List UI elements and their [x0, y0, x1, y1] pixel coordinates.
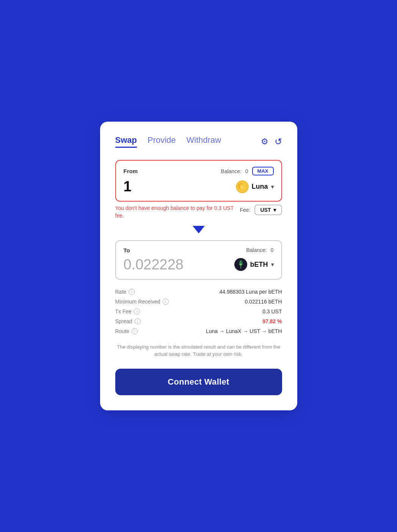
fee-chevron-icon: ▾ — [273, 207, 276, 213]
tx-fee-label: Tx Fee i — [115, 308, 140, 315]
from-amount-input[interactable] — [124, 178, 192, 195]
refresh-button[interactable]: ↺ — [275, 136, 282, 147]
from-chevron-icon: ▾ — [271, 184, 274, 190]
route-info-icon[interactable]: i — [132, 328, 138, 334]
tab-icons: ⚙ ↺ — [261, 136, 282, 147]
to-amount-value: 0.022228 — [124, 257, 184, 273]
from-box: From Balance: 0 MAX Luna ▾ — [115, 160, 282, 202]
from-token-selector[interactable]: Luna ▾ — [236, 180, 274, 193]
to-header: To Balance: 0 — [124, 247, 274, 253]
from-balance-row: Balance: 0 MAX — [221, 167, 273, 175]
rate-value: 44.988303 Luna per bETH — [219, 289, 282, 295]
rate-info-icon[interactable]: i — [129, 289, 135, 295]
min-received-info-icon[interactable]: i — [163, 299, 169, 305]
tab-provide[interactable]: Provide — [148, 135, 176, 148]
min-received-value: 0.022116 bETH — [245, 299, 282, 305]
to-box: To Balance: 0 0.022228 bETH — [115, 240, 282, 280]
swap-card: Swap Provide Withdraw ⚙ ↺ From Balance: … — [100, 122, 297, 410]
settings-button[interactable]: ⚙ — [261, 137, 268, 147]
from-label: From — [124, 168, 138, 174]
spread-info-icon[interactable]: i — [135, 318, 141, 324]
svg-point-3 — [242, 183, 245, 187]
to-token-label: bETH — [250, 261, 268, 269]
refresh-icon: ↺ — [275, 136, 282, 147]
route-value: Luna → LunaX → UST → bETH — [206, 328, 282, 334]
tab-withdraw[interactable]: Withdraw — [187, 135, 221, 148]
tx-fee-value: 0.3 UST — [262, 308, 282, 315]
min-received-label: Minimum Received i — [115, 299, 169, 305]
tab-swap[interactable]: Swap — [115, 135, 137, 148]
to-label: To — [124, 247, 130, 253]
from-token-label: Luna — [252, 183, 268, 191]
to-balance-value: 0 — [271, 247, 274, 253]
from-balance-value: 0 — [245, 168, 248, 174]
to-token-selector[interactable]: bETH ▾ — [234, 258, 274, 271]
from-balance-label: Balance: — [221, 168, 241, 174]
svg-point-6 — [240, 264, 242, 265]
tab-bar: Swap Provide Withdraw ⚙ ↺ — [115, 135, 282, 148]
to-balance-row: Balance: 0 — [246, 247, 273, 253]
error-row: You don't have enough balance to pay for… — [115, 205, 282, 219]
fee-selector[interactable]: UST ▾ — [254, 205, 282, 215]
spread-value: 97.82 % — [262, 318, 282, 324]
luna-icon — [236, 180, 249, 193]
max-button[interactable]: MAX — [252, 167, 274, 175]
beth-icon — [234, 258, 247, 271]
fee-label: Fee: — [240, 207, 250, 213]
fee-token-label: UST — [260, 207, 271, 213]
min-received-row: Minimum Received i 0.022116 bETH — [115, 299, 282, 305]
swap-details: Rate i 44.988303 Luna per bETH Minimum R… — [115, 289, 282, 334]
error-message: You don't have enough balance to pay for… — [115, 205, 237, 219]
from-header: From Balance: 0 MAX — [124, 167, 274, 175]
spread-label: Spread i — [115, 318, 141, 324]
disclaimer-text: The displaying number is the simulated r… — [115, 343, 282, 358]
rate-row: Rate i 44.988303 Luna per bETH — [115, 289, 282, 295]
swap-direction-arrow[interactable] — [115, 226, 282, 233]
from-body: Luna ▾ — [124, 178, 274, 195]
route-label: Route i — [115, 328, 138, 334]
down-arrow-icon — [193, 226, 205, 233]
to-body: 0.022228 bETH ▾ — [124, 257, 274, 273]
tx-fee-row: Tx Fee i 0.3 UST — [115, 308, 282, 315]
gear-icon: ⚙ — [261, 137, 268, 147]
tx-fee-info-icon[interactable]: i — [134, 308, 140, 315]
route-row: Route i Luna → LunaX → UST → bETH — [115, 328, 282, 334]
to-chevron-icon: ▾ — [271, 261, 274, 268]
connect-wallet-button[interactable]: Connect Wallet — [115, 369, 282, 395]
tabs-left: Swap Provide Withdraw — [115, 135, 261, 148]
rate-label: Rate i — [115, 289, 135, 295]
to-balance-label: Balance: — [246, 247, 267, 253]
fee-row: Fee: UST ▾ — [240, 205, 282, 215]
spread-row: Spread i 97.82 % — [115, 318, 282, 324]
